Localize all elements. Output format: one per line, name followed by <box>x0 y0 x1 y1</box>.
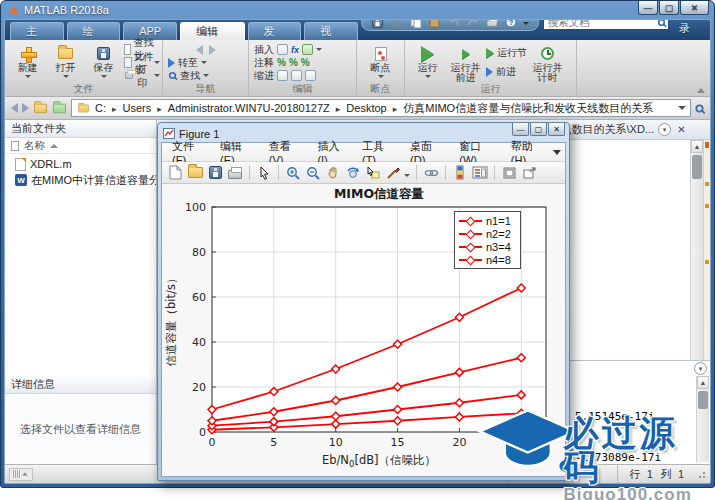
print-figure-icon[interactable] <box>226 164 244 182</box>
comment-button[interactable]: 注释%%% <box>254 56 351 69</box>
insert-function-icon[interactable]: fx <box>291 45 299 55</box>
figure-minimize-button[interactable]: — <box>512 123 529 136</box>
insert-image-icon[interactable] <box>302 44 313 55</box>
undock-figure-icon[interactable] <box>520 164 538 182</box>
menu-overflow-icon[interactable] <box>553 150 561 155</box>
data-cursor-icon[interactable] <box>364 164 382 182</box>
indent-left-icon[interactable] <box>305 70 316 81</box>
breakpoints-button[interactable]: 断点 <box>363 42 398 83</box>
run-section-button[interactable]: 运行节 <box>486 46 527 59</box>
maximize-button[interactable]: ▢ <box>659 1 679 15</box>
up-folder-icon[interactable] <box>34 103 47 112</box>
figure-close-button[interactable]: ✕ <box>548 123 565 136</box>
print-icon[interactable] <box>485 19 499 29</box>
run-advance-button[interactable]: 运行并前进 <box>448 42 483 83</box>
close-button[interactable]: ✕ <box>680 1 709 15</box>
plot-legend[interactable]: n1=1 n2=2 n3=4 n4=8 <box>454 211 521 269</box>
rotate-3d-icon[interactable] <box>344 164 362 182</box>
wrap-comment-icon[interactable]: % <box>301 57 310 68</box>
figure-title-bar[interactable]: Figure 1 — ▢ ✕ <box>161 125 566 142</box>
dock-figure-icon[interactable] <box>500 164 518 182</box>
editor-close-icon[interactable]: ✕ <box>675 124 688 135</box>
command-window-minimize-icon[interactable]: ▾ <box>694 362 707 375</box>
minimize-button[interactable]: — <box>638 1 658 15</box>
insert-button[interactable]: 插入fx <box>254 43 351 56</box>
run-button[interactable]: 运行 <box>410 42 445 83</box>
new-button[interactable]: 新建 <box>10 42 45 83</box>
uncomment-icon[interactable]: % <box>289 57 298 68</box>
paste-icon[interactable] <box>428 19 442 29</box>
pan-hand-icon[interactable] <box>324 164 342 182</box>
new-figure-icon[interactable] <box>166 164 184 182</box>
name-column-header[interactable]: 名称 <box>5 138 156 154</box>
indent-button[interactable]: 缩进 <box>254 69 351 82</box>
goto-button[interactable]: 转至 <box>168 56 243 69</box>
link-plot-icon[interactable] <box>422 164 440 182</box>
crumb-users[interactable]: Users <box>106 102 151 114</box>
crumb-project[interactable]: 仿真MIMO信道容量与信噪比和发收天线数目的关系 <box>387 101 653 116</box>
figure-maximize-button[interactable]: ▢ <box>530 123 547 136</box>
copy-icon[interactable] <box>409 19 423 29</box>
insert-section-icon[interactable] <box>277 44 288 55</box>
statusbar-grip-icon[interactable] <box>9 468 33 481</box>
back-icon[interactable] <box>196 45 203 55</box>
print-button[interactable]: 打印 <box>124 69 160 82</box>
editor-scrollbar[interactable]: ▲ <box>690 140 703 360</box>
brush-icon[interactable] <box>384 164 402 182</box>
crumb-user[interactable]: Administrator.WIN7U-20180127Z <box>151 102 330 114</box>
zoom-in-icon[interactable] <box>284 164 302 182</box>
crumb-desktop[interactable]: Desktop <box>330 102 387 114</box>
editor-annotation-strip[interactable] <box>703 140 710 360</box>
insert-legend-icon[interactable] <box>471 164 489 182</box>
folder-search-icon[interactable] <box>695 104 703 112</box>
advance-button[interactable]: 前进 <box>486 66 527 79</box>
breadcrumb[interactable]: C: Users Administrator.WIN7U-20180127Z D… <box>71 99 691 117</box>
help-icon[interactable]: ? <box>504 19 518 29</box>
nav-forward-icon[interactable] <box>22 103 29 113</box>
redo-icon[interactable] <box>466 19 480 29</box>
brush-dropdown-icon[interactable] <box>404 174 410 177</box>
legend-item[interactable]: n1=1 <box>459 214 516 227</box>
save-figure-icon[interactable] <box>206 164 224 182</box>
search-icon[interactable] <box>658 19 665 26</box>
tab-editor[interactable]: 编辑器 <box>180 22 244 40</box>
cut-icon[interactable] <box>390 19 404 29</box>
editor-minimize-icon[interactable]: ▾ <box>658 123 671 136</box>
legend-item[interactable]: n2=2 <box>459 227 516 240</box>
save-button[interactable]: 保存 <box>86 42 121 83</box>
file-item-xdrl[interactable]: XDRL.m <box>5 156 156 172</box>
open-file-icon[interactable] <box>186 164 204 182</box>
file-item-doc[interactable]: W 在MIMO中计算信道容量分两 <box>5 172 156 188</box>
legend-item[interactable]: n3=4 <box>459 240 516 253</box>
path-dropdown-icon[interactable] <box>678 106 686 110</box>
insert-colorbar-icon[interactable] <box>451 164 469 182</box>
legend-item[interactable]: n4=8 <box>459 253 516 266</box>
smart-indent-icon[interactable] <box>277 70 288 81</box>
search-input[interactable] <box>548 19 657 28</box>
run-time-button[interactable]: 运行并计时 <box>530 42 565 83</box>
current-folder-header[interactable]: 当前文件夹 <box>5 120 156 138</box>
zoom-out-icon[interactable] <box>304 164 322 182</box>
nav-back-icon[interactable] <box>11 103 18 113</box>
tab-home[interactable]: 主页 <box>10 22 64 40</box>
forward-icon[interactable] <box>209 45 216 55</box>
open-button[interactable]: 打开 <box>48 42 83 83</box>
indent-right-icon[interactable] <box>291 70 302 81</box>
ribbon-collapse-icon[interactable] <box>697 88 705 93</box>
browse-folder-icon[interactable] <box>53 103 66 112</box>
details-header[interactable]: 详细信息 <box>5 376 156 394</box>
command-scroll-up-icon[interactable]: ▲ <box>697 376 709 389</box>
comment-icon[interactable]: % <box>277 57 286 68</box>
crumb-drive[interactable]: C: <box>95 102 106 114</box>
undo-icon[interactable] <box>447 19 461 29</box>
quickbar-more-icon[interactable] <box>523 22 529 25</box>
scroll-up-icon[interactable]: ▲ <box>691 140 703 153</box>
tab-view[interactable]: 视图 <box>304 22 358 40</box>
find-button[interactable]: 查找 <box>168 69 243 82</box>
tab-publish[interactable]: 发布 <box>248 22 302 40</box>
save-icon[interactable] <box>371 19 385 29</box>
tab-plots[interactable]: 绘图 <box>67 22 121 40</box>
login-button[interactable]: 登录 <box>673 19 708 38</box>
doc-search-field[interactable] <box>543 19 669 30</box>
edit-plot-arrow-icon[interactable] <box>255 164 273 182</box>
